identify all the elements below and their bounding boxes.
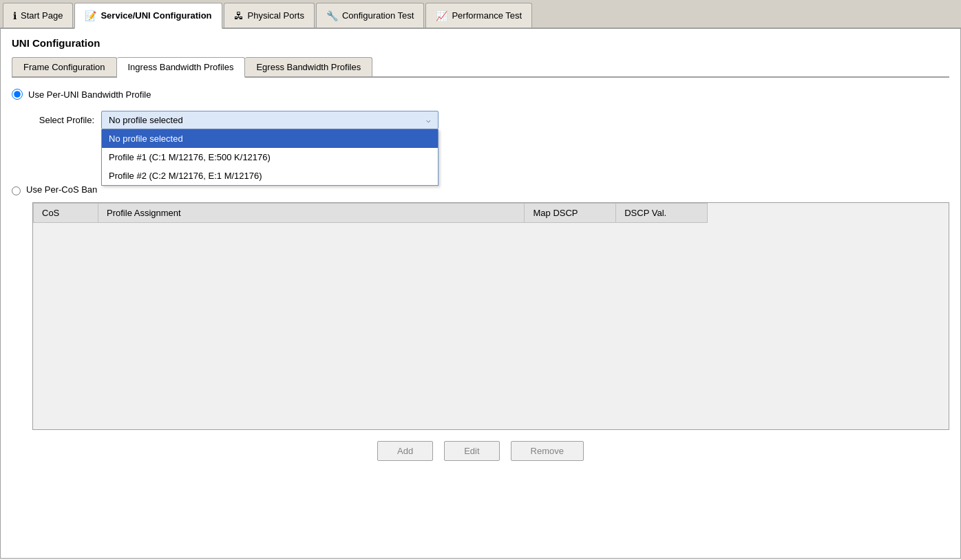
- select-profile-label: Select Profile:: [32, 115, 94, 125]
- cos-table-body: [34, 223, 708, 429]
- sub-tab-egress-bw[interactable]: Egress Bandwidth Profiles: [245, 57, 372, 76]
- sub-tab-frame-config[interactable]: Frame Configuration: [12, 57, 117, 76]
- tab-service-uni[interactable]: 📝 Service/UNI Configuration: [74, 3, 222, 29]
- main-content: UNI Configuration Frame Configuration In…: [0, 29, 961, 559]
- edit-button[interactable]: Edit: [444, 441, 499, 461]
- performance-icon: 📈: [436, 10, 447, 21]
- dropdown-current-value: No profile selected: [109, 115, 183, 125]
- tab-physical-ports[interactable]: 🖧 Physical Ports: [224, 3, 315, 28]
- remove-button[interactable]: Remove: [511, 441, 584, 461]
- radio-per-cos-label: Use Per-CoS Ban: [26, 184, 97, 195]
- dropdown-list: No profile selected Profile #1 (C:1 M/12…: [101, 129, 439, 186]
- radio-per-uni[interactable]: [12, 89, 23, 100]
- dropdown-selected-value[interactable]: No profile selected ⌵: [101, 111, 439, 129]
- config-icon: 🔧: [326, 10, 338, 21]
- cos-table-wrapper: CoS Profile Assignment Map DSCP DSCP Val…: [32, 202, 949, 430]
- radio-per-uni-row: Use Per-UNI Bandwidth Profile: [12, 89, 949, 100]
- tab-start-page-label: Start Page: [21, 10, 63, 21]
- tab-performance-test[interactable]: 📈 Performance Test: [425, 3, 532, 28]
- col-dscp-val: DSCP Val.: [616, 204, 708, 223]
- add-button[interactable]: Add: [377, 441, 433, 461]
- tab-physical-ports-label: Physical Ports: [248, 10, 304, 21]
- radio-per-uni-label: Use Per-UNI Bandwidth Profile: [28, 89, 151, 100]
- tab-bar: ℹ Start Page 📝 Service/UNI Configuration…: [0, 0, 961, 29]
- page-title: UNI Configuration: [12, 37, 949, 49]
- select-profile-row: Select Profile: No profile selected ⌵ No…: [32, 111, 949, 129]
- dropdown-item-profile2[interactable]: Profile #2 (C:2 M/12176, E:1 M/12176): [102, 166, 438, 185]
- radio-per-cos[interactable]: [12, 186, 21, 195]
- tab-configuration-test[interactable]: 🔧 Configuration Test: [316, 3, 425, 28]
- tab-start-page[interactable]: ℹ Start Page: [3, 3, 73, 28]
- sub-tab-bar: Frame Configuration Ingress Bandwidth Pr…: [12, 57, 949, 78]
- info-icon: ℹ: [13, 10, 17, 21]
- cos-table: CoS Profile Assignment Map DSCP DSCP Val…: [33, 203, 708, 429]
- col-cos: CoS: [34, 204, 98, 223]
- tab-configuration-test-label: Configuration Test: [342, 10, 414, 21]
- col-profile-assignment: Profile Assignment: [98, 204, 525, 223]
- chevron-down-icon: ⌵: [426, 116, 431, 125]
- sub-tab-ingress-bw[interactable]: Ingress Bandwidth Profiles: [117, 57, 246, 78]
- dropdown-item-profile1[interactable]: Profile #1 (C:1 M/12176, E:500 K/12176): [102, 148, 438, 166]
- profile-dropdown[interactable]: No profile selected ⌵ No profile selecte…: [101, 111, 439, 129]
- bottom-buttons: Add Edit Remove: [12, 441, 949, 461]
- tab-service-uni-label: Service/UNI Configuration: [101, 10, 211, 21]
- col-map-dscp: Map DSCP: [525, 204, 616, 223]
- radio-per-cos-row: Use Per-CoS Ban: [12, 184, 949, 195]
- ports-icon: 🖧: [234, 10, 244, 21]
- edit-icon: 📝: [85, 10, 96, 21]
- tab-performance-test-label: Performance Test: [452, 10, 522, 21]
- dropdown-item-none[interactable]: No profile selected: [102, 129, 438, 148]
